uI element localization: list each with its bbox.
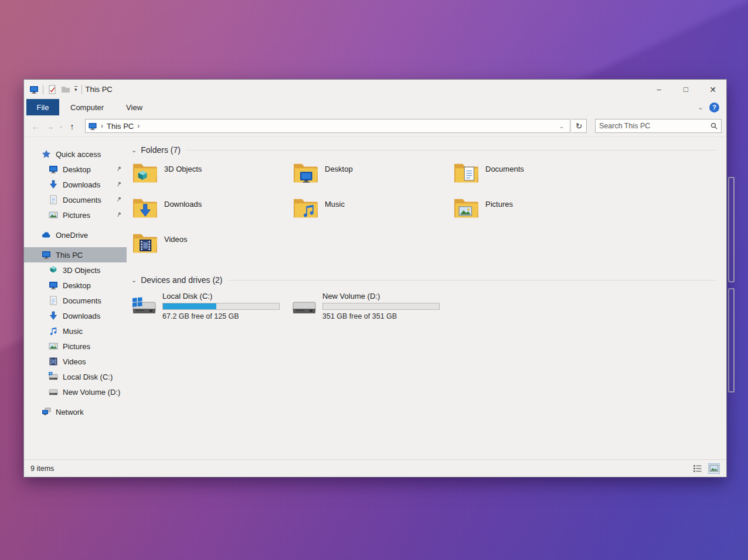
sidebar-item-label: This PC	[56, 251, 83, 259]
status-bar: 9 items	[24, 459, 726, 477]
sidebar-item-label: New Volume (D:)	[63, 388, 120, 397]
document-icon	[49, 195, 58, 204]
sidebar-item-onedrive[interactable]: OneDrive	[24, 227, 127, 243]
folder-documents-icon	[453, 161, 480, 184]
sidebar-item-music[interactable]: Music	[24, 323, 127, 339]
folder-tile-downloads[interactable]: Downloads	[131, 196, 292, 231]
details-view-button[interactable]	[692, 463, 703, 474]
sidebar-item-downloads-qa[interactable]: Downloads	[24, 177, 127, 192]
folder-tile-3d-objects[interactable]: 3D Objects	[131, 161, 292, 196]
sidebar-item-label: Documents	[63, 196, 101, 204]
help-icon[interactable]: ?	[709, 103, 719, 112]
back-button[interactable]: ←	[29, 121, 43, 131]
address-dropdown-chevron-icon[interactable]: ⌄	[556, 123, 567, 129]
collapse-chevron-icon[interactable]: ⌄	[131, 276, 137, 284]
file-explorer-window: ▾ This PC – □ ✕ File Computer View ⌄ ? ←…	[23, 79, 727, 477]
sidebar-item-desktop-qa[interactable]: Desktop	[24, 162, 127, 177]
film-icon	[49, 357, 58, 366]
window-controls: – □ ✕	[645, 80, 726, 99]
sidebar-item-local-disk-c[interactable]: Local Disk (C:)	[24, 369, 127, 384]
close-button[interactable]: ✕	[699, 80, 726, 99]
picture-icon	[49, 342, 58, 351]
sidebar-item-downloads[interactable]: Downloads	[24, 308, 127, 323]
folder-label: Downloads	[164, 200, 202, 209]
forward-button[interactable]: →	[43, 121, 57, 131]
folder-label: Documents	[485, 165, 524, 173]
minimize-button[interactable]: –	[645, 80, 672, 99]
section-title[interactable]: Devices and drives	[141, 275, 210, 285]
sidebar-item-label: Videos	[63, 357, 86, 366]
breadcrumb-this-pc[interactable]: This PC	[107, 122, 134, 131]
sidebar-item-pictures[interactable]: Pictures	[24, 339, 127, 354]
sidebar-item-label: Local Disk (C:)	[63, 373, 113, 381]
navigation-pane: Quick access Desktop Downloads Documents	[24, 137, 127, 459]
system-drive-icon	[49, 372, 58, 381]
sidebar-item-label: Desktop	[63, 165, 91, 174]
folder-desktop-icon	[292, 161, 319, 184]
customize-toolbar-chevron-icon[interactable]: ▾	[74, 86, 77, 93]
divider	[81, 85, 82, 94]
drive-tile-local-disk-c[interactable]: Local Disk (C:) 67.2 GB free of 125 GB	[131, 292, 291, 320]
tab-computer[interactable]: Computer	[59, 99, 115, 115]
folder-tile-pictures[interactable]: Pictures	[453, 196, 613, 231]
tab-view[interactable]: View	[115, 99, 154, 115]
details-view-icon	[693, 465, 702, 473]
sidebar-item-network[interactable]: Network	[24, 404, 127, 419]
sidebar-item-label: Network	[56, 408, 84, 416]
thumbnails-view-button[interactable]	[708, 463, 720, 474]
folder-tile-music[interactable]: Music	[292, 196, 453, 231]
sidebar-item-label: Quick access	[56, 150, 101, 159]
download-icon	[49, 180, 58, 189]
sidebar-item-documents[interactable]: Documents	[24, 293, 127, 308]
sidebar-item-label: 3D Objects	[63, 266, 100, 275]
search-icon[interactable]	[710, 122, 718, 129]
desktop-icon	[49, 165, 58, 174]
quick-access-toolbar: ▾	[24, 85, 82, 94]
sidebar-item-documents-qa[interactable]: Documents	[24, 192, 127, 207]
folder-3d-objects-icon	[131, 161, 158, 184]
refresh-button[interactable]: ↻	[572, 119, 587, 133]
sidebar-item-label: Pictures	[63, 342, 90, 351]
properties-icon[interactable]	[47, 85, 57, 94]
breadcrumb-separator-icon: ›	[97, 122, 107, 130]
search-input[interactable]	[599, 122, 710, 130]
navigation-bar: ← → ⌄ ↑ › This PC › ⌄ ↻	[24, 115, 726, 137]
divider	[186, 150, 716, 151]
folder-pictures-icon	[453, 196, 480, 219]
section-title[interactable]: Folders	[141, 145, 168, 155]
up-button[interactable]: ↑	[65, 121, 79, 131]
new-folder-icon[interactable]	[61, 85, 70, 94]
sidebar-item-pictures-qa[interactable]: Pictures	[24, 207, 127, 223]
drive-free-space: 351 GB free of 351 GB	[322, 312, 440, 320]
tab-file[interactable]: File	[26, 99, 59, 115]
folder-tile-desktop[interactable]: Desktop	[292, 161, 453, 196]
sidebar-item-3d-objects[interactable]: 3D Objects	[24, 262, 127, 278]
wallpaper-artifact	[728, 177, 735, 282]
title-bar[interactable]: ▾ This PC – □ ✕	[24, 80, 726, 99]
sidebar-item-label: Music	[63, 327, 83, 336]
sidebar-item-videos[interactable]: Videos	[24, 354, 127, 369]
onedrive-cloud-icon	[42, 230, 51, 240]
breadcrumb-separator-icon[interactable]: ›	[134, 122, 143, 130]
recent-locations-chevron-icon[interactable]: ⌄	[57, 123, 65, 129]
folder-tile-documents[interactable]: Documents	[453, 161, 613, 196]
sidebar-item-new-volume-d[interactable]: New Volume (D:)	[24, 384, 127, 399]
sidebar-item-this-pc[interactable]: This PC	[24, 247, 127, 262]
folder-tile-videos[interactable]: Videos	[131, 231, 292, 266]
maximize-button[interactable]: □	[672, 80, 699, 99]
drive-tile-new-volume-d[interactable]: New Volume (D:) 351 GB free of 351 GB	[291, 292, 451, 320]
collapse-chevron-icon[interactable]: ⌄	[131, 146, 137, 154]
section-header-folders: ⌄ Folders (7)	[131, 145, 716, 155]
sidebar-item-label: Documents	[63, 296, 101, 305]
sidebar-item-quick-access[interactable]: Quick access	[24, 146, 127, 162]
items-count: 9 items	[30, 465, 54, 473]
section-header-devices: ⌄ Devices and drives (2)	[131, 275, 716, 285]
folder-label: Pictures	[485, 200, 513, 209]
address-bar[interactable]: › This PC › ⌄	[85, 119, 570, 133]
ribbon-collapse-chevron-icon[interactable]: ⌄	[698, 103, 703, 111]
pin-icon	[116, 181, 123, 188]
section-count: (2)	[212, 275, 222, 285]
search-box[interactable]	[595, 119, 722, 133]
sidebar-item-desktop[interactable]: Desktop	[24, 278, 127, 293]
sidebar-item-label: OneDrive	[56, 231, 88, 240]
